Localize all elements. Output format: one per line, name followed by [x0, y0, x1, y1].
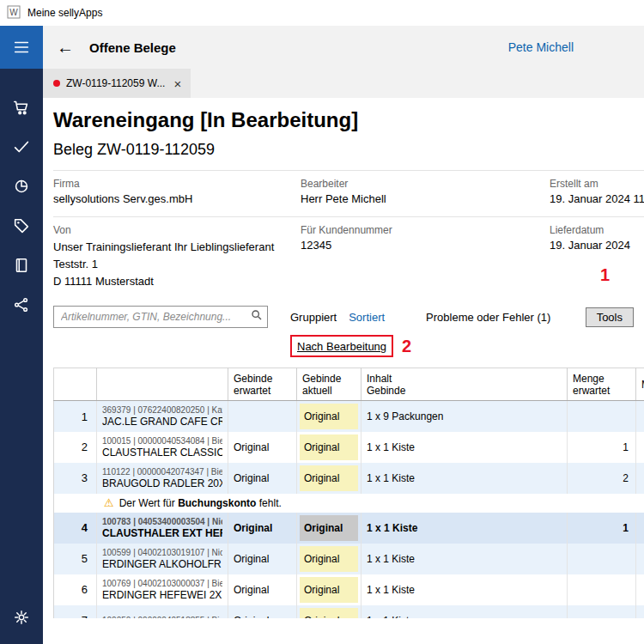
- tab-close-button[interactable]: ×: [171, 76, 184, 91]
- gebinde-aktuell-highlight: Original: [300, 608, 358, 619]
- inhalt-cell: 1 x 1 Kiste: [361, 574, 568, 605]
- tag-icon: [12, 216, 31, 235]
- table-row-5[interactable]: 5100599 | 04002103019107 | Nich...ERDING…: [54, 544, 644, 574]
- clipped-cell: [636, 513, 644, 544]
- row-number: 2: [54, 432, 97, 463]
- row-number: 4: [54, 513, 97, 544]
- warning-row: ⚠Der Wert für Buchungskonto fehlt.: [54, 494, 644, 513]
- article-name: ERDINGER HEFEWEI 2X1...: [102, 589, 222, 601]
- article-name: BRAUGOLD RADLER 20X...: [102, 477, 222, 489]
- column-header-0: [54, 368, 97, 401]
- gebinde-aktuell-highlight: Original: [300, 577, 358, 603]
- gebinde-erwartet-cell: Original: [228, 463, 297, 494]
- article-name: JAC.LE GRAND CAFE CRE...: [102, 416, 222, 428]
- settings-button[interactable]: [0, 598, 43, 637]
- share-icon: [12, 295, 31, 314]
- search-input[interactable]: [61, 311, 250, 323]
- article-cell: 369379 | 07622400820250 | Kaff...JAC.LE …: [97, 401, 228, 432]
- table-head-row: Gebinde erwartetGebinde aktuellInhalt Ge…: [54, 368, 644, 401]
- info-row-1: Firma sellysolutions Serv.ges.mbH Bearbe…: [53, 171, 644, 205]
- gebinde-aktuell-cell: Original: [297, 463, 361, 494]
- liefer-label: Lieferdatum: [550, 224, 644, 236]
- article-code: 100015 | 00000040534084 | Bier...: [102, 436, 222, 446]
- gebinde-aktuell-cell: Original: [297, 574, 361, 605]
- document-body: Wareneingang [In Bearbeitung] Beleg ZW-0…: [43, 98, 644, 644]
- document-subheading: Beleg ZW-0119-112059: [53, 141, 644, 159]
- search-icon: [250, 308, 264, 325]
- article-cell: 100015 | 00000040534084 | Bier...CLAUSTH…: [97, 432, 228, 463]
- sidebar-item-prices[interactable]: [0, 206, 43, 246]
- inhalt-cell: 1 x 1 Kiste: [361, 463, 568, 494]
- column-header-5: Menge erwartet: [568, 368, 636, 401]
- menge-erwartet-cell: 1: [568, 513, 636, 544]
- gebinde-aktuell-cell: Original: [297, 432, 361, 463]
- toolbar: Gruppiert Sortiert Probleme oder Fehler …: [53, 306, 644, 328]
- gebinde-erwartet-cell: Original: [228, 513, 297, 544]
- annotation-box: Nach Bearbeitung: [290, 335, 393, 357]
- article-cell: 100050 | 00000040518855 | Bier...: [97, 605, 228, 619]
- article-name: CLAUSTHALER CLASSIC2...: [102, 447, 222, 459]
- document-tab[interactable]: ZW-0119-112059 W... ×: [43, 69, 191, 98]
- page-header: ← Offene Belege Pete Michell: [43, 26, 644, 69]
- table-row-4[interactable]: 4100783 | 04053400003504 | Nich...CLAUST…: [54, 513, 644, 544]
- sidebar-item-reports[interactable]: [0, 167, 43, 206]
- menge-erwartet-cell: 2: [568, 463, 636, 494]
- inhalt-cell: 1 x 1 Kiste: [361, 544, 568, 574]
- article-code: 100050 | 00000040518855 | Bier...: [102, 616, 222, 619]
- info-kundennummer: Für Kundennummer 12345: [301, 217, 550, 290]
- erstellt-label: Erstellt am: [550, 178, 644, 190]
- filter-grouped[interactable]: Gruppiert: [290, 311, 337, 324]
- row-number: 3: [54, 463, 97, 494]
- table-row-7[interactable]: 7100050 | 00000040518855 | Bier...Origin…: [54, 605, 644, 619]
- tab-label: ZW-0119-112059 W...: [66, 77, 165, 89]
- gebinde-erwartet-cell: Original: [228, 574, 297, 605]
- sort-mode-line: Nach Bearbeitung 2: [290, 335, 644, 357]
- table-row-3[interactable]: 3110122 | 00000042074347 | Bier...BRAUGO…: [54, 463, 644, 494]
- sidebar-item-share[interactable]: [0, 285, 43, 325]
- hamburger-icon: [12, 38, 31, 57]
- cart-icon: [12, 98, 31, 117]
- table-row-6[interactable]: 6100769 | 04002103000037 | Bier...ERDING…: [54, 574, 644, 605]
- article-code: 100783 | 04053400003504 | Nich...: [102, 517, 222, 526]
- kunden-value: 12345: [301, 239, 550, 252]
- table-row-2[interactable]: 2100015 | 00000040534084 | Bier...CLAUST…: [54, 432, 644, 463]
- clipped-cell: [636, 574, 644, 605]
- clipped-cell: [636, 463, 644, 494]
- gear-icon: [12, 608, 31, 627]
- info-row-2: Von Unser Trainingslieferant Ihr Lieblin…: [53, 217, 644, 290]
- menu-button[interactable]: [0, 26, 43, 69]
- gebinde-erwartet-cell: Original: [228, 605, 297, 619]
- user-link[interactable]: Pete Michell: [508, 40, 574, 54]
- gebinde-erwartet-cell: [228, 401, 297, 432]
- sort-mode-link[interactable]: Nach Bearbeitung: [297, 340, 386, 353]
- column-header-2: Gebinde erwartet: [228, 368, 297, 401]
- titlebar: W Meine sellyApps: [0, 0, 644, 26]
- gebinde-aktuell-highlight: Original: [300, 515, 358, 541]
- article-code: 110122 | 00000042074347 | Bier...: [102, 467, 222, 477]
- menge-erwartet-cell: [568, 544, 636, 574]
- gebinde-aktuell-cell: Original: [297, 401, 361, 432]
- gebinde-erwartet-cell: Original: [228, 432, 297, 463]
- row-number: 6: [54, 574, 97, 605]
- inhalt-cell: 1 x 1 Kiste: [361, 605, 568, 619]
- back-button[interactable]: ←: [50, 38, 81, 58]
- gebinde-aktuell-highlight: Original: [300, 434, 358, 460]
- clipped-cell: [636, 544, 644, 574]
- sidebar-item-tasks[interactable]: [0, 127, 43, 167]
- filter-problems[interactable]: Probleme oder Fehler (1): [426, 311, 550, 324]
- info-bearbeiter: Bearbeiter Herr Pete Michell: [301, 171, 550, 205]
- von-line-2: Teststr. 1: [53, 256, 301, 273]
- tools-button[interactable]: Tools: [586, 307, 634, 327]
- document-heading: Wareneingang [In Bearbeitung]: [53, 108, 644, 132]
- article-cell: 110122 | 00000042074347 | Bier...BRAUGOL…: [97, 463, 228, 494]
- column-header-1: [97, 368, 228, 401]
- filter-sorted[interactable]: Sortiert: [349, 311, 385, 324]
- gebinde-aktuell-cell: Original: [297, 513, 361, 544]
- table-row-1[interactable]: 1369379 | 07622400820250 | Kaff...JAC.LE…: [54, 401, 644, 432]
- page-title: Offene Belege: [89, 40, 176, 55]
- sidebar-item-cart[interactable]: [0, 88, 43, 127]
- menge-erwartet-cell: [568, 401, 636, 432]
- sidebar-item-documents[interactable]: [0, 246, 43, 285]
- warning-icon: ⚠: [104, 496, 114, 509]
- von-line-1: Unser Trainingslieferant Ihr Lieblingsli…: [53, 239, 301, 256]
